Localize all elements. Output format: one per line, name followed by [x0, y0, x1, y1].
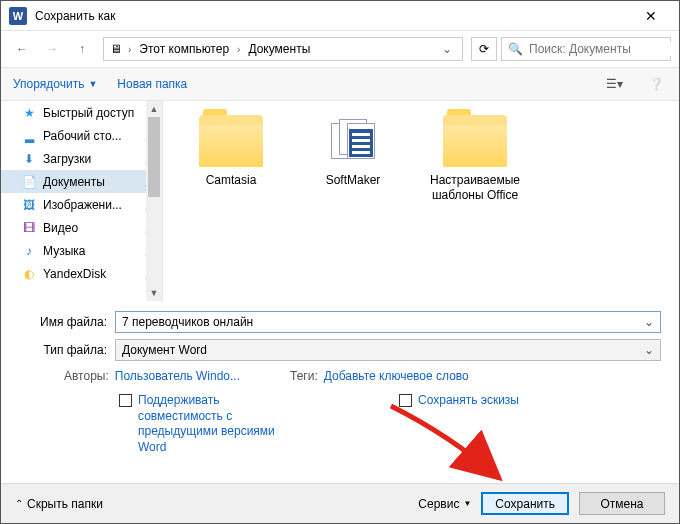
pictures-icon: 🖼 — [21, 197, 37, 213]
chevron-right-icon: › — [235, 44, 242, 55]
nav-up-button[interactable]: ↑ — [69, 36, 95, 62]
hide-folders-toggle[interactable]: ⌃Скрыть папки — [15, 497, 103, 511]
search-icon: 🔍 — [508, 42, 523, 56]
folder-item[interactable]: Camtasia — [181, 115, 281, 188]
thumbnails-checkbox[interactable]: Сохранять эскизы — [399, 393, 519, 455]
tags-value[interactable]: Добавьте ключевое слово — [324, 369, 469, 383]
chevron-right-icon: › — [126, 44, 133, 55]
folder-item[interactable]: Настраиваемые шаблоны Office — [425, 115, 525, 203]
scroll-up-icon[interactable]: ▲ — [146, 101, 162, 117]
sidebar-item-downloads[interactable]: ⬇Загрузки📌 — [1, 147, 162, 170]
star-icon: ★ — [21, 105, 37, 121]
music-icon: ♪ — [21, 243, 37, 259]
download-icon: ⬇ — [21, 151, 37, 167]
breadcrumb-root[interactable]: Этот компьютер — [135, 42, 233, 56]
folder-icon — [199, 115, 263, 167]
sidebar-item-music[interactable]: ♪Музыка📌 — [1, 239, 162, 262]
sidebar-item-quick-access[interactable]: ★Быстрый доступ — [1, 101, 162, 124]
breadcrumb-dropdown[interactable]: ⌄ — [436, 42, 458, 56]
chevron-down-icon: ▼ — [88, 79, 97, 89]
authors-label: Авторы: — [64, 369, 109, 383]
authors-value[interactable]: Пользователь Windo... — [115, 369, 240, 383]
desktop-icon: ▂ — [21, 128, 37, 144]
chevron-down-icon[interactable]: ⌄ — [640, 313, 658, 331]
app-icon: W — [9, 7, 27, 25]
filename-label: Имя файла: — [19, 315, 115, 329]
chevron-down-icon: ▼ — [463, 499, 471, 508]
sidebar-item-pictures[interactable]: 🖼Изображени...📌 — [1, 193, 162, 216]
breadcrumb[interactable]: 🖥 › Этот компьютер › Документы ⌄ — [103, 37, 463, 61]
file-pane[interactable]: Camtasia SoftMaker Настраиваемые шаблоны… — [163, 101, 679, 301]
filetype-select[interactable]: Документ Word⌄ — [115, 339, 661, 361]
search-box[interactable]: 🔍 — [501, 37, 671, 61]
video-icon: 🎞 — [21, 220, 37, 236]
breadcrumb-current[interactable]: Документы — [244, 42, 314, 56]
folder-docs-icon — [321, 115, 385, 167]
sidebar: ★Быстрый доступ ▂Рабочий сто...📌 ⬇Загруз… — [1, 101, 163, 301]
view-options-button[interactable]: ☰▾ — [603, 73, 625, 95]
filename-input[interactable]: 7 переводчиков онлайн⌄ — [115, 311, 661, 333]
documents-icon: 📄 — [21, 174, 37, 190]
sidebar-item-yandexdisk[interactable]: ◐YandexDisk📌 — [1, 262, 162, 285]
help-button[interactable]: ❔ — [645, 73, 667, 95]
sidebar-item-documents[interactable]: 📄Документы📌 — [1, 170, 162, 193]
filetype-label: Тип файла: — [19, 343, 115, 357]
chevron-down-icon[interactable]: ⌄ — [640, 341, 658, 359]
new-folder-button[interactable]: Новая папка — [117, 77, 187, 91]
search-input[interactable] — [529, 42, 679, 56]
folder-icon — [443, 115, 507, 167]
cloud-icon: ◐ — [21, 266, 37, 282]
close-button[interactable]: ✕ — [631, 8, 671, 24]
nav-forward-button[interactable]: → — [39, 36, 65, 62]
computer-icon: 🖥 — [108, 41, 124, 57]
save-button[interactable]: Сохранить — [481, 492, 569, 515]
service-menu[interactable]: Сервис▼ — [418, 497, 471, 511]
refresh-button[interactable]: ⟳ — [471, 37, 497, 61]
chevron-up-icon: ⌃ — [15, 498, 23, 509]
folder-item[interactable]: SoftMaker — [303, 115, 403, 188]
sidebar-scrollbar[interactable]: ▲ ▼ — [146, 101, 162, 301]
sidebar-item-videos[interactable]: 🎞Видео📌 — [1, 216, 162, 239]
organize-menu[interactable]: Упорядочить▼ — [13, 77, 97, 91]
scroll-down-icon[interactable]: ▼ — [146, 285, 162, 301]
window-title: Сохранить как — [35, 9, 631, 23]
compat-checkbox[interactable]: Поддерживать совместимость с предыдущими… — [119, 393, 279, 455]
tags-label: Теги: — [290, 369, 318, 383]
sidebar-item-desktop[interactable]: ▂Рабочий сто...📌 — [1, 124, 162, 147]
nav-back-button[interactable]: ← — [9, 36, 35, 62]
cancel-button[interactable]: Отмена — [579, 492, 665, 515]
